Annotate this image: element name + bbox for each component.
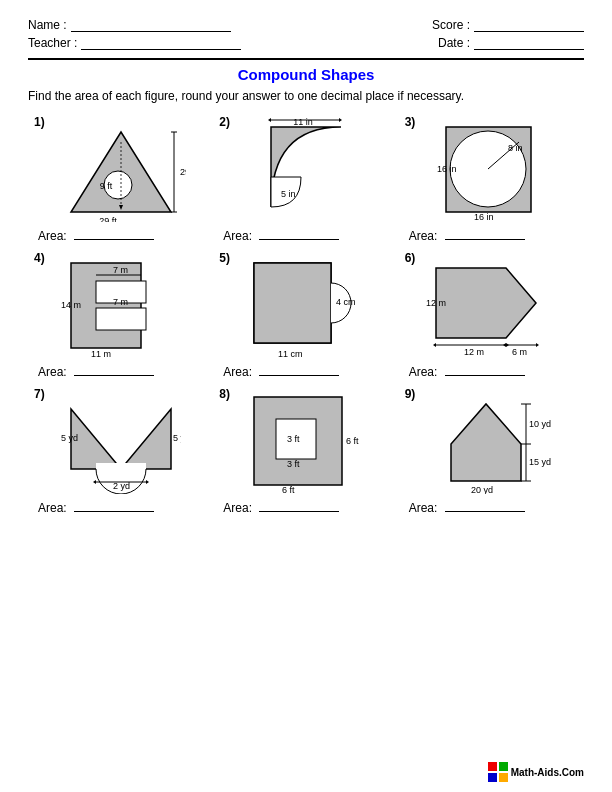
svg-marker-42 [71, 409, 121, 469]
name-field: Name : [28, 18, 231, 32]
svg-marker-50 [146, 480, 149, 484]
svg-text:16 in: 16 in [437, 164, 457, 174]
math-aids-logo: Math-Aids.Com [488, 762, 584, 782]
figure-7: 5 yd 5 yd 2 yd [34, 389, 207, 494]
svg-marker-49 [93, 480, 96, 484]
problem-6: 6) 12 m 12 m 6 m [399, 247, 584, 383]
problem-3-number: 3) [405, 115, 416, 129]
area-9-answer [445, 498, 525, 512]
svg-text:11 m: 11 m [91, 349, 111, 358]
svg-marker-13 [268, 118, 271, 122]
shape-4-svg: 7 m 7 m 14 m 11 m [61, 253, 181, 358]
area-9: Area: [405, 498, 578, 515]
problem-4: 4) 7 m 7 m 14 m 11 m [28, 247, 213, 383]
figure-5: 4 cm 11 cm [219, 253, 392, 358]
area-3: Area: [405, 226, 578, 243]
problem-8-number: 8) [219, 387, 230, 401]
area-1: Area: [34, 226, 207, 243]
date-field: Date : [438, 36, 584, 50]
svg-marker-39 [503, 343, 506, 347]
svg-text:12 m: 12 m [426, 298, 446, 308]
svg-rect-29 [254, 263, 331, 343]
area-2: Area: [219, 226, 392, 243]
shape-6-svg: 12 m 12 m 6 m [426, 253, 556, 358]
svg-rect-66 [488, 762, 497, 771]
figure-4: 7 m 7 m 14 m 11 m [34, 253, 207, 358]
svg-text:6 m: 6 m [512, 347, 527, 357]
figure-6: 12 m 12 m 6 m [405, 253, 578, 358]
svg-text:9 ft: 9 ft [99, 181, 112, 191]
svg-text:16 in: 16 in [474, 212, 494, 222]
area-7: Area: [34, 498, 207, 515]
svg-rect-68 [488, 773, 497, 782]
area-5: Area: [219, 362, 392, 379]
svg-text:29 ft: 29 ft [99, 216, 117, 222]
problem-2-number: 2) [219, 115, 230, 129]
divider [28, 58, 584, 60]
shape-5-svg: 4 cm 11 cm [246, 253, 366, 358]
svg-rect-21 [71, 263, 141, 348]
figure-8: 3 ft 3 ft 6 ft 6 ft [219, 389, 392, 494]
problem-3: 3) 8 in 16 in 16 in Area: [399, 111, 584, 247]
problem-1: 1) 9 ft 29 ft 29 ft [28, 111, 213, 247]
svg-text:7 m: 7 m [113, 265, 128, 275]
svg-rect-23 [96, 308, 146, 330]
problem-4-number: 4) [34, 251, 45, 265]
svg-text:3 ft: 3 ft [287, 459, 300, 469]
shape-8-svg: 3 ft 3 ft 6 ft 6 ft [246, 389, 366, 494]
problems-grid: 1) 9 ft 29 ft 29 ft [28, 111, 584, 519]
svg-text:10 yd: 10 yd [529, 419, 551, 429]
problem-9-number: 9) [405, 387, 416, 401]
problem-7-number: 7) [34, 387, 45, 401]
score-input [474, 18, 584, 32]
footer: Math-Aids.Com [488, 762, 584, 782]
shape-3-svg: 8 in 16 in 16 in [436, 117, 546, 222]
problem-5-number: 5) [219, 251, 230, 265]
area-4-answer [74, 362, 154, 376]
svg-rect-69 [499, 773, 508, 782]
area-6: Area: [405, 362, 578, 379]
problem-2: 2) 11 in 5 in [213, 111, 398, 247]
area-8-answer [259, 498, 339, 512]
worksheet-title: Compound Shapes [28, 66, 584, 83]
teacher-label: Teacher : [28, 36, 77, 50]
svg-marker-32 [436, 268, 536, 338]
figure-1: 9 ft 29 ft 29 ft [34, 117, 207, 222]
area-5-answer [259, 362, 339, 376]
header-bottom: Teacher : Date : [28, 36, 584, 50]
area-1-answer [74, 226, 154, 240]
svg-marker-57 [451, 404, 521, 481]
figure-3: 8 in 16 in 16 in [405, 117, 578, 222]
figure-9: 10 yd 15 yd 20 yd [405, 389, 578, 494]
svg-text:12 m: 12 m [464, 347, 484, 357]
area-8: Area: [219, 498, 392, 515]
name-label: Name : [28, 18, 67, 32]
score-field: Score : [432, 18, 584, 32]
svg-marker-40 [536, 343, 539, 347]
area-3-answer [445, 226, 525, 240]
problem-8: 8) 3 ft 3 ft 6 ft 6 ft Area: [213, 383, 398, 519]
score-label: Score : [432, 18, 470, 32]
svg-text:15 yd: 15 yd [529, 457, 551, 467]
date-label: Date : [438, 36, 470, 50]
area-7-answer [74, 498, 154, 512]
shape-1-svg: 9 ft 29 ft 29 ft [56, 117, 186, 222]
area-4: Area: [34, 362, 207, 379]
shape-2-svg: 11 in 5 in [251, 117, 361, 222]
shape-7-svg: 5 yd 5 yd 2 yd [61, 389, 181, 494]
svg-text:4 cm: 4 cm [336, 297, 356, 307]
instructions: Find the area of each figure, round your… [28, 89, 584, 103]
svg-marker-14 [339, 118, 342, 122]
area-6-answer [445, 362, 525, 376]
problem-1-number: 1) [34, 115, 45, 129]
problem-5: 5) 4 cm 11 cm Area: [213, 247, 398, 383]
worksheet-page: Name : Score : Teacher : Date : Compound… [0, 0, 612, 792]
shape-9-svg: 10 yd 15 yd 20 yd [426, 389, 556, 494]
svg-text:6 ft: 6 ft [346, 436, 359, 446]
svg-marker-43 [121, 409, 171, 469]
svg-text:29 ft: 29 ft [180, 167, 186, 177]
svg-text:20 yd: 20 yd [471, 485, 493, 494]
problem-7: 7) 5 yd 5 yd 2 yd [28, 383, 213, 519]
svg-text:5 in: 5 in [281, 189, 296, 199]
area-2-answer [259, 226, 339, 240]
